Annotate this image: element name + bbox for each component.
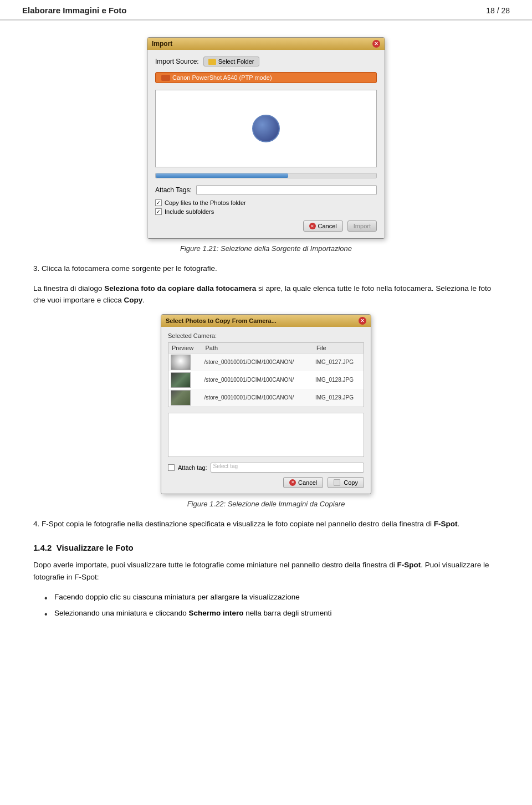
import-dialog-buttons: ✕ Cancel Import bbox=[155, 221, 377, 232]
cell-path: /store_00010001/DCIM/100CANON/ bbox=[202, 371, 313, 389]
camera-option[interactable]: Canon PowerShot A540 (PTP mode) bbox=[155, 72, 377, 83]
cancel-icon: ✕ bbox=[289, 479, 296, 486]
photos-empty-area bbox=[168, 413, 364, 457]
photo-thumbnail bbox=[171, 355, 191, 370]
import-dialog: Import ✕ Import Source: Select Folder Ca… bbox=[147, 37, 385, 239]
attach-tags-input[interactable] bbox=[196, 185, 377, 195]
copy-files-label: Copy files to the Photos folder bbox=[165, 199, 246, 206]
copy-icon-shape bbox=[334, 479, 340, 486]
camera-globe-icon bbox=[252, 115, 280, 142]
page-number: 18 / 28 bbox=[486, 6, 510, 15]
dialog-name-bold: Seleziona foto da copiare dalla fotocame… bbox=[104, 284, 256, 293]
cancel-label: Cancel bbox=[318, 223, 337, 229]
table-row[interactable]: /store_00010001/DCIM/100CANON/ IMG_0129.… bbox=[168, 389, 364, 407]
figure-1-22-caption: Figure 1.22: Selezione delle Immagini da… bbox=[187, 500, 345, 508]
cell-path: /store_00010001/DCIM/100CANON/ bbox=[202, 353, 313, 371]
cancel-button[interactable]: ✕ Cancel bbox=[303, 221, 343, 232]
copy-files-checkbox-row: ✓ Copy files to the Photos folder bbox=[155, 199, 377, 206]
col-file: File bbox=[313, 342, 364, 353]
select-tag-placeholder: Select tag bbox=[213, 463, 238, 469]
paragraph-1: 3. Clicca la fotocamera come sorgente pe… bbox=[33, 263, 499, 275]
cell-file: IMG_0129.JPG bbox=[313, 389, 364, 407]
import-source-label: Import Source: bbox=[155, 58, 199, 65]
paragraph-2: La finestra di dialogo Seleziona foto da… bbox=[33, 283, 499, 306]
list-item: Selezionando una miniatura e cliccando S… bbox=[44, 607, 499, 619]
select-photos-buttons: ✕ Cancel Copy bbox=[168, 477, 364, 488]
include-subfolders-checkbox-row: ✓ Include subfolders bbox=[155, 208, 377, 215]
import-progress-inner bbox=[156, 173, 288, 178]
select-photos-titlebar: Select Photos to Copy From Camera... ✕ bbox=[161, 315, 371, 327]
include-subfolders-checkbox[interactable]: ✓ bbox=[155, 208, 162, 215]
photo-thumbnail bbox=[171, 372, 191, 388]
close-icon[interactable]: ✕ bbox=[372, 40, 380, 48]
import-label: Import bbox=[354, 223, 371, 229]
table-row[interactable]: /store_00010001/DCIM/100CANON/ IMG_0127.… bbox=[168, 353, 364, 371]
include-subfolders-label: Include subfolders bbox=[165, 208, 214, 215]
figure-1-21: Import ✕ Import Source: Select Folder Ca… bbox=[33, 37, 499, 253]
page-title: Elaborare Immagini e Foto bbox=[22, 6, 126, 15]
import-button[interactable]: Import bbox=[347, 221, 377, 232]
photo-thumbnail bbox=[171, 390, 191, 406]
cell-preview bbox=[168, 371, 202, 389]
import-dialog-titlebar: Import ✕ bbox=[147, 38, 385, 50]
bullet-list: Facendo doppio clic su ciascuna miniatur… bbox=[33, 591, 499, 619]
bullet-text-2: Selezionando una miniatura e cliccando S… bbox=[54, 609, 332, 617]
col-preview: Preview bbox=[168, 342, 202, 353]
attach-tags-row: Attach Tags: bbox=[155, 185, 377, 195]
selected-camera-label: Selected Camera: bbox=[168, 332, 364, 339]
table-row[interactable]: /store_00010001/DCIM/100CANON/ IMG_0128.… bbox=[168, 371, 364, 389]
folder-icon bbox=[208, 59, 216, 65]
photos-table: Preview Path File /store_00010001/DCIM/1… bbox=[168, 342, 364, 407]
col-path: Path bbox=[202, 342, 313, 353]
attach-tag-row: Attach tag: Select tag bbox=[168, 463, 364, 473]
cancel-button[interactable]: ✕ Cancel bbox=[283, 477, 323, 488]
dialog-title-text: Import bbox=[152, 40, 172, 48]
import-dialog-body: Import Source: Select Folder Canon Power… bbox=[147, 50, 385, 238]
select-photos-dialog: Select Photos to Copy From Camera... ✕ S… bbox=[161, 314, 371, 494]
attach-tags-label: Attach Tags: bbox=[155, 186, 192, 194]
attach-tag-select[interactable]: Select tag bbox=[211, 463, 364, 473]
cancel-icon: ✕ bbox=[309, 223, 316, 229]
paragraph-3: 4. F-Spot copia le fotografie nella dest… bbox=[33, 518, 499, 530]
page-header: Elaborare Immagini e Foto 18 / 28 bbox=[0, 0, 532, 20]
close-icon[interactable]: ✕ bbox=[359, 317, 366, 325]
camera-icon bbox=[161, 75, 170, 81]
section-title: Visualizzare le Foto bbox=[57, 543, 134, 552]
select-photos-body: Selected Camera: Preview Path File /stor… bbox=[161, 327, 371, 494]
figure-1-22: Select Photos to Copy From Camera... ✕ S… bbox=[33, 314, 499, 508]
main-content: Import ✕ Import Source: Select Folder Ca… bbox=[0, 20, 532, 646]
section-heading: 1.4.2 Visualizzare le Foto bbox=[33, 543, 499, 552]
cell-path: /store_00010001/DCIM/100CANON/ bbox=[202, 389, 313, 407]
select-folder-button[interactable]: Select Folder bbox=[203, 57, 259, 66]
schermo-intero-bold: Schermo intero bbox=[188, 609, 243, 617]
import-preview-area bbox=[155, 90, 377, 167]
figure-1-21-caption: Figure 1.21: Selezione della Sorgente di… bbox=[180, 244, 352, 253]
section-number: 1.4.2 bbox=[33, 543, 52, 552]
camera-option-label: Canon PowerShot A540 (PTP mode) bbox=[172, 74, 272, 81]
attach-tag-label: Attach tag: bbox=[178, 464, 207, 471]
copy-files-checkbox[interactable]: ✓ bbox=[155, 199, 162, 206]
fspot-bold-2: F-Spot bbox=[397, 561, 421, 569]
bullet-text-1: Facendo doppio clic su ciascuna miniatur… bbox=[54, 593, 300, 601]
import-progress-bar bbox=[155, 173, 377, 178]
list-item: Facendo doppio clic su ciascuna miniatur… bbox=[44, 591, 499, 603]
copy-button[interactable]: Copy bbox=[328, 477, 364, 488]
cell-preview bbox=[168, 353, 202, 371]
select-folder-label: Select Folder bbox=[218, 58, 254, 65]
select-photos-title: Select Photos to Copy From Camera... bbox=[166, 317, 277, 324]
cell-file: IMG_0128.JPG bbox=[313, 371, 364, 389]
cell-preview bbox=[168, 389, 202, 407]
cancel-label: Cancel bbox=[298, 479, 317, 486]
copy-label: Copy bbox=[344, 479, 358, 486]
fspot-bold-1: F-Spot bbox=[434, 520, 458, 528]
import-source-row: Import Source: Select Folder bbox=[155, 57, 377, 66]
copy-bold: Copy bbox=[124, 296, 143, 304]
cell-file: IMG_0127.JPG bbox=[313, 353, 364, 371]
attach-tag-checkbox[interactable] bbox=[168, 464, 175, 471]
paragraph-4: Dopo averle importate, puoi visualizzare… bbox=[33, 559, 499, 583]
